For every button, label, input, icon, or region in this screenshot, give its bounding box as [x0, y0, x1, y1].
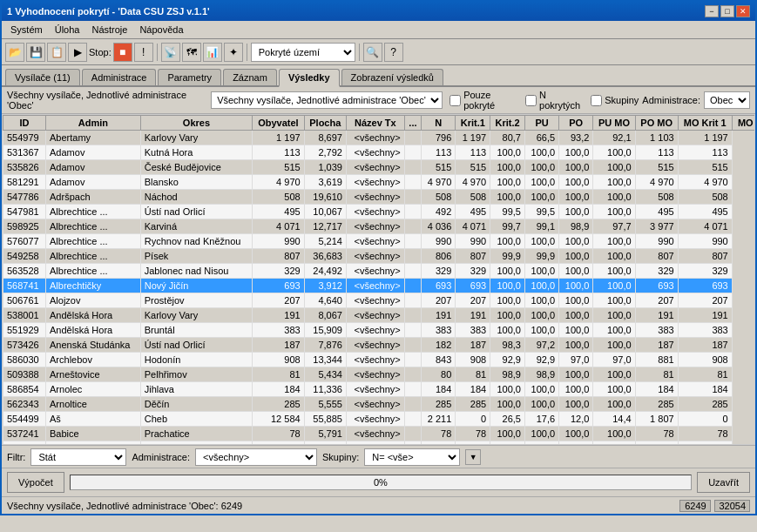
- toolbar-chart-btn[interactable]: 📊: [203, 43, 222, 62]
- skupiny-filter-dropdown[interactable]: N= <vše>: [364, 448, 460, 466]
- table-row[interactable]: 586854ArnolecJihlava18411,336<všechny>18…: [3, 382, 756, 397]
- table-row[interactable]: 598925Albrechtice ...Karviná4 07112,717<…: [3, 219, 756, 234]
- filter-main-dropdown[interactable]: Všechny vysílače, Jednotlivé administrac…: [211, 91, 443, 109]
- table-row[interactable]: 547981Albrechtice ...Ústí nad Orlicí4951…: [3, 205, 756, 219]
- menu-nastroje[interactable]: Nástroje: [86, 23, 132, 37]
- col-plocha[interactable]: Plocha: [304, 116, 346, 131]
- col-nazev-tx[interactable]: Název Tx: [346, 116, 404, 131]
- bottom-filter-bar: Filtr: Stát Administrace: <všechny> Skup…: [2, 445, 755, 468]
- menu-system[interactable]: Systém: [5, 23, 48, 37]
- table-row[interactable]: 568741AlbrechtičkyNový Jičín6933,912<vše…: [3, 279, 756, 293]
- toolbar-antenna-btn[interactable]: 📡: [161, 43, 180, 62]
- bottom-administrace-label: Administrace:: [132, 452, 190, 462]
- col-po[interactable]: PO: [559, 116, 593, 131]
- toolbar-edit-btn[interactable]: 📋: [47, 43, 66, 62]
- table-header-row: ID Admin Okres Obyvatel Plocha Název Tx …: [3, 116, 756, 131]
- col-n[interactable]: N: [422, 116, 456, 131]
- filter-bar-main: Všechny vysílače, Jednotlivé administrac…: [2, 87, 755, 114]
- tab-zobrazeni[interactable]: Zobrazení výsledků: [341, 69, 443, 85]
- table-row[interactable]: 554979AbertamyKarlovy Vary1 1978,697<vše…: [3, 131, 756, 145]
- col-id[interactable]: ID: [3, 116, 46, 131]
- separator1: [157, 44, 158, 61]
- filtr-label: Filtr:: [7, 452, 25, 462]
- status-count2: 32054: [714, 500, 750, 512]
- table-row[interactable]: 547786AdršpachNáchod50819,610<všechny>50…: [3, 190, 756, 205]
- toolbar-open-btn[interactable]: 📂: [5, 43, 24, 62]
- col-pu[interactable]: PU: [524, 116, 558, 131]
- filter-options-btn[interactable]: ▼: [465, 449, 481, 465]
- table-row[interactable]: 535826AdamovČeské Budějovice5151,039<vše…: [3, 160, 756, 175]
- n-pokrytych-label: N pokrytých: [539, 90, 587, 111]
- col-krit1[interactable]: Krit.1: [456, 116, 490, 131]
- col-okres[interactable]: Okres: [140, 116, 252, 131]
- tabs-bar: Vysílače (11) Administrace Parametry Záz…: [2, 65, 755, 87]
- table-row[interactable]: 562343ArnolticeDěčín2855,555<všechny>285…: [3, 397, 756, 412]
- toolbar-stop-btn[interactable]: ■: [113, 43, 132, 62]
- table-row[interactable]: 531367AdamovKutná Hora1132,792<všechny>1…: [3, 145, 756, 160]
- progress-bar: 0%: [70, 475, 692, 490]
- minimize-button[interactable]: −: [705, 5, 719, 17]
- skupiny-group[interactable]: Skupiny: [591, 95, 639, 106]
- main-window: 1 Vyhodnocení pokrytí - 'Data CSU ZSJ v.…: [0, 0, 757, 515]
- col-krit2[interactable]: Krit.2: [490, 116, 525, 131]
- bottom-administrace-dropdown[interactable]: <všechny>: [195, 448, 317, 466]
- table-row[interactable]: 586030ArchlebovHodonín90813,344<všechny>…: [3, 353, 756, 367]
- menu-napoveda[interactable]: Nápověda: [134, 23, 188, 37]
- stop-label: Stop:: [89, 47, 112, 57]
- status-numbers: 6249 32054: [679, 500, 750, 512]
- n-pokrytych-group[interactable]: N pokrytých: [525, 90, 587, 111]
- tab-zaznam[interactable]: Záznam: [223, 69, 277, 85]
- filtr-dropdown[interactable]: Stát: [30, 448, 126, 466]
- table-row[interactable]: 549258Albrechtice ...Písek80736,683<všec…: [3, 249, 756, 264]
- toolbar-zoom-btn[interactable]: 🔍: [363, 43, 382, 62]
- table-row[interactable]: 538001Andělská HoraKarlovy Vary1918,067<…: [3, 308, 756, 323]
- skupiny-checkbox[interactable]: [591, 95, 602, 106]
- tab-administrace[interactable]: Administrace: [82, 69, 157, 85]
- toolbar-area-dropdown[interactable]: Pokryté území: [251, 43, 355, 62]
- col-mo-krit1[interactable]: MO Krit 1: [678, 116, 732, 131]
- n-pokrytych-checkbox[interactable]: [525, 95, 537, 106]
- tab-vysilace[interactable]: Vysílače (11): [5, 69, 80, 85]
- toolbar-save-btn[interactable]: 💾: [26, 43, 45, 62]
- menu-uloha[interactable]: Úloha: [50, 23, 85, 37]
- progress-bar-area: Výpočet 0% Uzavřít: [2, 468, 755, 496]
- toolbar-exclaim-btn[interactable]: !: [134, 43, 153, 62]
- toolbar-star-btn[interactable]: ✦: [224, 43, 243, 62]
- data-table-wrapper[interactable]: ID Admin Okres Obyvatel Plocha Název Tx …: [2, 114, 755, 445]
- filter-main-label: Všechny vysílače, Jednotlivé administrac…: [7, 90, 207, 111]
- status-text: Všechny vysílače, Jednotlivé administrac…: [7, 501, 242, 511]
- table-row[interactable]: 554499AšCheb12 58455,885<všechny>2 21102…: [3, 412, 756, 427]
- maximize-button[interactable]: □: [720, 5, 734, 17]
- pouze-pokryte-checkbox[interactable]: [449, 95, 461, 106]
- table-row[interactable]: 537241BabicePrachatice785,791<všechny>78…: [3, 427, 756, 441]
- status-count1: 6249: [679, 500, 711, 512]
- status-bar: Všechny vysílače, Jednotlivé administrac…: [2, 496, 755, 514]
- toolbar-map-btn[interactable]: 🗺: [182, 43, 201, 62]
- toolbar-play-btn[interactable]: ▶: [68, 43, 87, 62]
- table-row[interactable]: 576077Albrechtice ...Rychnov nad Kněžnou…: [3, 234, 756, 249]
- table-row[interactable]: 509388ArneštovicePelhřimov815,434<všechn…: [3, 367, 756, 382]
- menu-bar: Systém Úloha Nástroje Nápověda: [2, 21, 755, 39]
- calc-button[interactable]: Výpočet: [7, 472, 64, 493]
- close-button[interactable]: ✕: [736, 5, 750, 17]
- pouze-pokryte-group[interactable]: Pouze pokryté: [449, 90, 522, 111]
- col-admin[interactable]: Admin: [46, 116, 141, 131]
- col-obyvatel[interactable]: Obyvatel: [253, 116, 305, 131]
- separator3: [359, 44, 360, 61]
- col-po-mo[interactable]: PO MO: [635, 116, 678, 131]
- table-row[interactable]: 581291AdamovBlansko4 9703,619<všechny>4 …: [3, 175, 756, 190]
- results-table: ID Admin Okres Obyvatel Plocha Název Tx …: [3, 115, 755, 445]
- table-row[interactable]: 573426Anenská StudánkaÚstí nad Orlicí187…: [3, 338, 756, 353]
- col-pu-mo[interactable]: PU MO: [593, 116, 635, 131]
- window-controls: − □ ✕: [705, 5, 750, 17]
- uzavrit-button[interactable]: Uzavřít: [697, 472, 750, 493]
- tab-vysledky[interactable]: Výsledky: [279, 69, 340, 87]
- table-row[interactable]: 551929Andělská HoraBruntál38315,909<všec…: [3, 323, 756, 338]
- toolbar-info-btn[interactable]: ?: [384, 43, 403, 62]
- administrace-dropdown[interactable]: Obec: [704, 91, 750, 109]
- separator2: [247, 44, 247, 61]
- col-mo-krit2[interactable]: MO Krit 2: [732, 116, 755, 131]
- table-row[interactable]: 563528Albrechtice ...Jablonec nad Nisou3…: [3, 264, 756, 279]
- table-row[interactable]: 506761AlojzovProstějov2074,640<všechny>2…: [3, 293, 756, 308]
- tab-parametry[interactable]: Parametry: [158, 69, 221, 85]
